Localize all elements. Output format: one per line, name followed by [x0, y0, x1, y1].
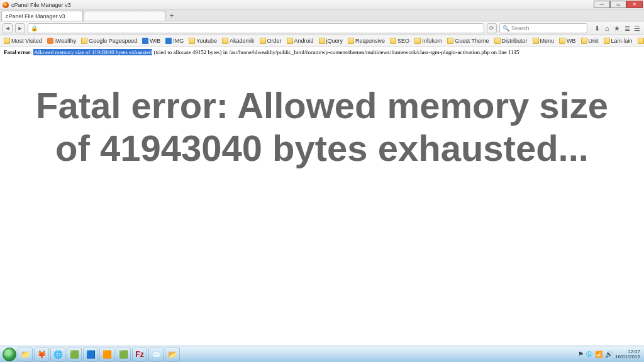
favicon-icon — [47, 38, 53, 44]
forward-button[interactable]: ► — [15, 23, 25, 33]
php-error-selected: Allowed memory size of 41943040 bytes ex… — [33, 49, 152, 55]
taskbar-item-folder[interactable]: 📂 — [165, 348, 180, 361]
bookmark-item[interactable]: Most Visited — [3, 38, 43, 44]
bookmark-item[interactable]: jQuery — [318, 38, 345, 44]
folder-icon — [319, 38, 325, 44]
bookmark-item[interactable]: Order — [258, 38, 283, 44]
taskbar-item-photoshop[interactable]: 🟦 — [83, 348, 98, 361]
tab-strip: cPanel File Manager v3 + — [0, 10, 644, 21]
bookmark-label: Youtube — [196, 38, 217, 44]
bookmark-label: WIB — [150, 38, 160, 44]
bookmark-label: SEO — [397, 38, 409, 44]
favicon-icon — [165, 38, 172, 44]
php-error-prefix: Fatal error — [4, 49, 31, 55]
folder-icon — [4, 38, 10, 44]
bookmark-label: Guest Theme — [455, 38, 489, 44]
search-bar[interactable]: 🔍 Search — [499, 23, 587, 33]
close-button[interactable]: ✕ — [626, 1, 643, 8]
lock-icon: 🔒 — [31, 25, 38, 31]
taskbar-item-firefox[interactable]: 🦊 — [34, 348, 49, 361]
bookmark-item[interactable]: Infokom — [413, 38, 443, 44]
window-title: cPanel File Manager v3 — [11, 2, 71, 8]
bookmark-item[interactable]: Youtube — [187, 38, 218, 44]
bookmark-label: iWealthy — [55, 38, 76, 44]
bookmark-item[interactable]: Menu — [531, 38, 556, 44]
tab-label: cPanel File Manager v3 — [6, 13, 65, 19]
bookmark-label: Lain-lain — [611, 38, 633, 44]
bookmark-item[interactable]: SEO — [389, 38, 411, 44]
reload-button[interactable]: ⟳ — [487, 23, 497, 33]
bookmark-label: Unit — [589, 38, 599, 44]
tab-1[interactable] — [84, 11, 165, 21]
bookmark-label: jQuery — [326, 38, 343, 44]
taskbar-item-dreamweaver[interactable]: 🟩 — [116, 348, 131, 361]
bookmark-item[interactable]: Unit — [580, 38, 600, 44]
bookmark-label: Most Visited — [11, 38, 42, 44]
search-placeholder: Search — [511, 25, 530, 31]
folder-icon — [559, 38, 565, 44]
tab-0[interactable]: cPanel File Manager v3 — [1, 11, 83, 21]
tray-network-icon[interactable]: 📶 — [595, 351, 602, 358]
bookmark-item[interactable]: Google Pagespeed — [80, 38, 138, 44]
folder-icon — [494, 38, 501, 44]
bookmark-label: Responsive — [355, 38, 385, 44]
address-bar[interactable]: 🔒 — [28, 23, 484, 33]
tray-flag-icon[interactable]: ⚑ — [578, 351, 584, 358]
menu-icon[interactable]: ☰ — [633, 24, 641, 33]
bookmark-label: Distributor — [502, 38, 528, 44]
folder-icon — [414, 38, 421, 44]
folder-icon — [447, 38, 453, 44]
maximize-button[interactable]: ▭ — [610, 1, 626, 8]
bookmark-label: IMG — [173, 38, 184, 44]
bookmark-icon[interactable]: ★ — [613, 24, 621, 33]
taskbar-item-illustrator[interactable]: 🟧 — [99, 348, 114, 361]
taskbar-item-chrome[interactable]: 🌐 — [50, 348, 65, 361]
search-icon: 🔍 — [502, 25, 509, 31]
feed-icon[interactable]: ≣ — [623, 24, 631, 33]
bookmark-label: Infokom — [422, 38, 442, 44]
php-error-line: Fatal error: Allowed memory size of 4194… — [0, 47, 644, 55]
bookmark-item[interactable]: Akademik — [221, 38, 256, 44]
folder-icon — [222, 38, 228, 44]
clock-date: 16/01/2015 — [615, 354, 640, 359]
system-tray: ⚑ Ⓢ 📶 🔊 12:07 16/01/2015 — [578, 349, 641, 359]
page-content: Fatal error: Allowed memory size of 4194… — [0, 47, 644, 346]
folder-icon — [390, 38, 396, 44]
bookmark-item[interactable]: IMG — [164, 38, 185, 44]
taskbar-item-filezilla[interactable]: Fz — [132, 348, 147, 361]
taskbar-item-coreldraw[interactable]: 🟩 — [67, 348, 82, 361]
bookmark-label: Android — [294, 38, 314, 44]
home-icon[interactable]: ⌂ — [602, 24, 611, 33]
folder-icon — [638, 38, 644, 44]
downloads-icon[interactable]: ⬇ — [592, 24, 601, 33]
new-tab-button[interactable]: + — [166, 12, 177, 21]
bookmark-item[interactable]: Distributor — [493, 38, 529, 44]
folder-icon — [581, 38, 587, 44]
folder-icon — [81, 38, 87, 44]
folder-icon — [287, 38, 293, 44]
nav-right-icons: ⬇ ⌂ ★ ≣ ☰ — [592, 24, 641, 33]
bookmark-item[interactable]: Lain-lain — [602, 38, 634, 44]
taskbar-clock[interactable]: 12:07 16/01/2015 — [615, 349, 640, 359]
bookmark-item[interactable]: Guest Theme — [446, 38, 490, 44]
bookmark-item[interactable]: WIB — [141, 38, 162, 44]
bookmark-item[interactable]: iWealthy — [46, 38, 77, 44]
bookmark-item[interactable]: Responsive — [347, 38, 386, 44]
folder-icon — [348, 38, 354, 44]
taskbar-item-thunderbird[interactable]: ✉️ — [148, 348, 164, 361]
folder-icon — [260, 38, 266, 44]
start-button[interactable] — [3, 348, 16, 361]
bookmark-item[interactable]: PHP — [636, 38, 644, 44]
tray-volume-icon[interactable]: 🔊 — [605, 351, 613, 358]
back-button[interactable]: ◄ — [3, 23, 13, 33]
bookmark-label: Order — [267, 38, 282, 44]
bookmark-item[interactable]: WB — [558, 38, 577, 44]
minimize-button[interactable]: — — [594, 1, 610, 8]
bookmark-label: Menu — [540, 38, 555, 44]
php-error-rest: (tried to allocate 49152 bytes) in /usr/… — [154, 49, 519, 55]
taskbar-item-explorer[interactable]: 📁 — [18, 348, 33, 361]
bookmark-label: Google Pagespeed — [89, 38, 137, 44]
bookmark-item[interactable]: Android — [286, 38, 315, 44]
bookmark-label: Akademik — [230, 38, 255, 44]
tray-skype-icon[interactable]: Ⓢ — [586, 350, 592, 359]
